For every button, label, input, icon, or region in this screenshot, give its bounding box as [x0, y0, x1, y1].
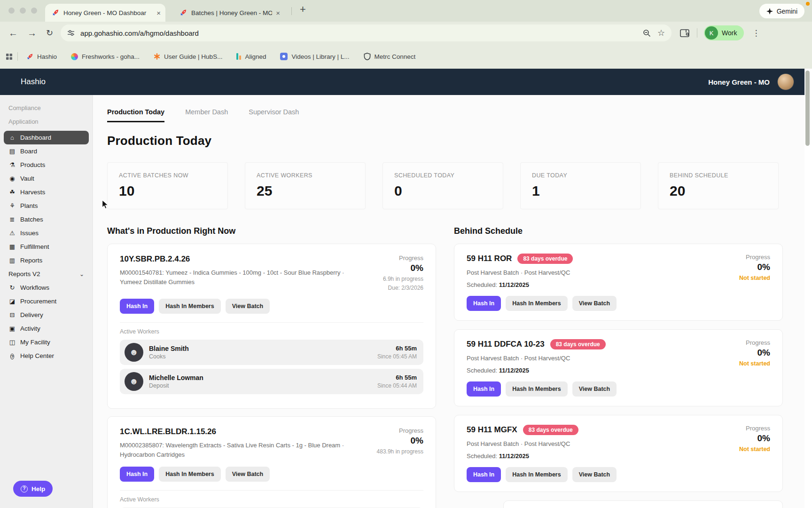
rocket-favicon	[180, 9, 187, 16]
zoom-out-icon[interactable]	[643, 29, 651, 37]
user-avatar[interactable]	[777, 73, 794, 90]
bookmark-user-guide[interactable]: User Guide | HubS...	[154, 53, 222, 60]
sidebar-item-reports-v2[interactable]: Reports V2 ⌄	[4, 267, 89, 281]
sidebar-item-label: Help Center	[20, 352, 54, 359]
bookmark-metrc[interactable]: Metrc Connect	[364, 53, 416, 60]
facility-name[interactable]: Honey Green - MO	[708, 78, 770, 86]
menu-dots-icon[interactable]: ⋮	[752, 28, 760, 38]
worker-avatar: ☻	[125, 372, 143, 391]
production-card: 10Y.SBR.PB.2.4.26 M00001540781: Yumeez -…	[107, 244, 436, 409]
stat-active-batches: ACTIVE BATCHES NOW 10	[107, 162, 228, 209]
app-header: Hashio Honey Green - MO	[0, 69, 804, 95]
view-batch-button[interactable]: View Batch	[572, 381, 617, 397]
progress-value: 0%	[709, 262, 770, 272]
sidebar-item-products[interactable]: ⚗ Products	[4, 158, 89, 172]
progress-value: 0%	[709, 348, 770, 358]
sidebar-item-label: Products	[20, 161, 45, 168]
bookmark-hashio[interactable]: Hashio	[26, 53, 57, 60]
sidebar-item-harvests[interactable]: ☘ Harvests	[4, 185, 89, 199]
forward-button[interactable]: →	[27, 28, 37, 38]
batch-title: 59 H11 DDFCA 10-23	[467, 340, 545, 349]
hash-in-members-button[interactable]: Hash In Members	[159, 467, 221, 482]
view-batch-button[interactable]: View Batch	[226, 467, 270, 482]
view-batch-button[interactable]: View Batch	[572, 296, 617, 311]
hubspot-sprocket-icon	[154, 53, 160, 60]
stat-value: 25	[257, 183, 354, 199]
hash-in-button[interactable]: Hash In	[467, 296, 501, 311]
scrollbar[interactable]	[805, 71, 810, 146]
tab-close-icon[interactable]: ×	[156, 9, 161, 17]
address-bar[interactable]: app.gohashio.com/a/hgmo/dashboard ☆	[61, 24, 671, 41]
window-close-button[interactable]	[8, 8, 15, 14]
sidebar-item-dashboard[interactable]: ⌂ Dashboard	[4, 131, 89, 144]
stat-active-workers: ACTIVE WORKERS 25	[245, 162, 366, 209]
hash-in-members-button[interactable]: Hash In Members	[506, 381, 568, 397]
sidebar-item-delivery[interactable]: ⊟ Delivery	[4, 308, 89, 322]
sidebar-item-batches[interactable]: ≣ Batches	[4, 213, 89, 226]
bookmark-aligned[interactable]: Aligned	[236, 53, 266, 60]
bookmark-videos[interactable]: Videos | Library | L...	[280, 53, 349, 60]
stat-value: 1	[532, 183, 629, 199]
rocket-favicon	[52, 9, 59, 16]
bookmark-star-icon[interactable]: ☆	[657, 28, 665, 38]
rocket-icon	[26, 53, 33, 60]
sidebar-section-compliance[interactable]: Compliance	[0, 104, 93, 111]
batch-subtitle: Post Harvest Batch · Post Harvest/QC	[467, 269, 573, 276]
in-progress-text: 6.9h in progress	[362, 276, 423, 282]
sidebar-item-label: Procurement	[20, 298, 56, 305]
scheduled-label: Scheduled:	[467, 281, 497, 288]
new-tab-button[interactable]: +	[300, 3, 306, 16]
window-maximize-button[interactable]	[31, 8, 37, 14]
browser-tab-batches[interactable]: Batches | Honey Green - MO ×	[173, 4, 285, 22]
facility-icon: ◫	[8, 339, 16, 346]
behind-schedule-card: 59 H11 DDFCA 10-23 83 days overdue Post …	[454, 329, 783, 406]
hash-in-button[interactable]: Hash In	[467, 381, 501, 397]
worker-name: Blaine Smith	[149, 345, 189, 352]
hash-in-members-button[interactable]: Hash In Members	[159, 299, 221, 314]
tab-close-icon[interactable]: ×	[276, 9, 280, 17]
overdue-badge: 83 days overdue	[523, 425, 578, 435]
window-minimize-button[interactable]	[20, 8, 26, 14]
sidebar-item-my-facility[interactable]: ◫ My Facility	[4, 335, 89, 349]
sidebar-item-procurement[interactable]: ◪ Procurement	[4, 294, 89, 308]
tune-icon[interactable]	[67, 29, 75, 37]
sidebar-item-help-center[interactable]: ? Help Center	[4, 349, 89, 363]
help-button[interactable]: ? Help	[13, 481, 53, 497]
side-panel-icon[interactable]	[680, 29, 689, 37]
tab-supervisor-dash[interactable]: Supervisor Dash	[249, 108, 299, 122]
bookmark-freshworks[interactable]: Freshworks - goha...	[71, 53, 140, 60]
production-card: 1C.WL.LRE.BLDR.1.15.26 M00002385807: Wav…	[107, 416, 436, 508]
hash-in-button[interactable]: Hash In	[120, 467, 154, 482]
sidebar-item-label: Fulfillment	[20, 243, 49, 250]
sidebar-item-plants[interactable]: ⚘ Plants	[4, 199, 89, 213]
hash-in-members-button[interactable]: Hash In Members	[506, 296, 568, 311]
url-text[interactable]: app.gohashio.com/a/hgmo/dashboard	[80, 29, 636, 37]
apps-grid-icon[interactable]	[6, 53, 13, 60]
sidebar-item-vault[interactable]: ◉ Vault	[4, 172, 89, 185]
sidebar-item-board[interactable]: ▤ Board	[4, 144, 89, 158]
tab-member-dash[interactable]: Member Dash	[185, 108, 228, 122]
reload-button[interactable]: ↻	[46, 29, 53, 37]
app-brand[interactable]: Hashio	[21, 77, 46, 87]
sidebar-item-reports[interactable]: ▥ Reports	[4, 254, 89, 267]
worker-row: ☻ Blaine Smith Cooks 6h 55m Since 05:45 …	[120, 340, 423, 365]
profile-chip[interactable]: K Work	[704, 25, 743, 40]
view-batch-button[interactable]: View Batch	[226, 299, 270, 314]
progress-block: Progress 0% Not started	[709, 254, 770, 288]
sidebar-section-application[interactable]: Application	[0, 118, 93, 125]
sidebar-item-activity[interactable]: ▣ Activity	[4, 322, 89, 335]
sidebar-item-workflows[interactable]: ↻ Workflows	[4, 281, 89, 294]
hash-in-members-button[interactable]: Hash In Members	[506, 467, 568, 482]
hash-in-button[interactable]: Hash In	[467, 467, 501, 482]
view-batch-button[interactable]: View Batch	[572, 467, 617, 482]
scheduled-label: Scheduled:	[467, 367, 497, 374]
sidebar-item-issues[interactable]: ⚠ Issues	[4, 226, 89, 240]
sidebar-item-fulfillment[interactable]: ▦ Fulfillment	[4, 240, 89, 254]
gemini-button[interactable]: Gemini	[759, 4, 804, 18]
section-heading: Behind Schedule	[454, 226, 783, 236]
browser-tab-dashboard[interactable]: Honey Green - MO Dashboar ×	[45, 4, 165, 22]
stat-label: SCHEDULED TODAY	[394, 172, 492, 179]
tab-production-today[interactable]: Production Today	[107, 108, 164, 122]
hash-in-button[interactable]: Hash In	[120, 299, 154, 314]
back-button[interactable]: ←	[8, 28, 18, 38]
